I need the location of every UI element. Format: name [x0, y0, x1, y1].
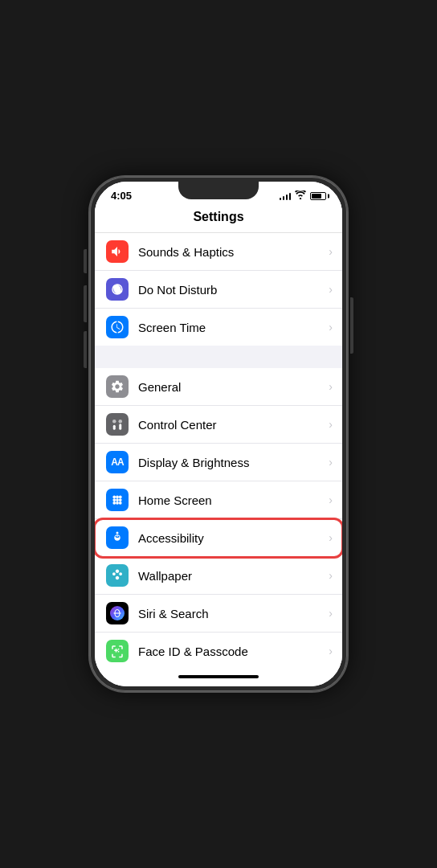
- sounds-icon: [106, 240, 129, 263]
- svg-point-6: [119, 495, 122, 498]
- display-icon: AA: [106, 451, 129, 473]
- accessibility-chevron: ›: [329, 531, 333, 544]
- settings-row-faceid[interactable]: Face ID & Passcode ›: [95, 633, 342, 669]
- volume-down-button[interactable]: [84, 331, 87, 368]
- volume-up-button[interactable]: [84, 285, 87, 322]
- controlcenter-label: Control Center: [138, 418, 325, 432]
- home-indicator[interactable]: [95, 669, 342, 686]
- notch: [178, 182, 259, 199]
- homescreen-icon: [106, 489, 129, 511]
- homescreen-label: Home Screen: [138, 493, 325, 507]
- settings-row-wallpaper[interactable]: Wallpaper ›: [95, 557, 342, 595]
- controlcenter-icon: [106, 413, 129, 436]
- battery-status-icon: [310, 192, 326, 200]
- donotdisturb-icon: [106, 278, 129, 301]
- status-time: 4:05: [111, 190, 132, 202]
- section-gap-1: [95, 346, 342, 368]
- settings-row-homescreen[interactable]: Home Screen ›: [95, 481, 342, 519]
- signal-bar-4: [289, 193, 292, 200]
- sounds-chevron: ›: [329, 245, 333, 258]
- general-label: General: [138, 380, 325, 394]
- phone-frame: 4:05: [90, 177, 347, 691]
- nav-title: Settings: [193, 210, 243, 223]
- faceid-chevron: ›: [329, 645, 333, 657]
- settings-row-siri[interactable]: Siri & Search ›: [95, 595, 342, 633]
- controlcenter-chevron: ›: [329, 418, 333, 431]
- svg-rect-2: [113, 425, 116, 430]
- accessibility-icon: [106, 526, 129, 549]
- phone-screen: 4:05: [95, 182, 342, 686]
- status-icons: [280, 190, 327, 201]
- display-chevron: ›: [329, 456, 333, 469]
- general-chevron: ›: [329, 380, 333, 393]
- signal-bar-3: [286, 194, 288, 200]
- settings-section-1: Sounds & Haptics › Do Not Disturb ›: [95, 233, 342, 346]
- siri-chevron: ›: [329, 607, 333, 620]
- faceid-label: Face ID & Passcode: [138, 645, 325, 658]
- settings-row-sounds[interactable]: Sounds & Haptics ›: [95, 233, 342, 271]
- screentime-label: Screen Time: [138, 321, 325, 334]
- signal-bar-1: [280, 198, 282, 200]
- settings-section-2: General › Control C: [95, 368, 342, 669]
- sounds-label: Sounds & Haptics: [138, 245, 325, 259]
- mute-button[interactable]: [84, 249, 87, 273]
- svg-point-10: [112, 502, 116, 505]
- homescreen-chevron: ›: [329, 493, 333, 506]
- wallpaper-icon: [106, 564, 129, 587]
- svg-point-12: [119, 502, 122, 505]
- settings-row-controlcenter[interactable]: Control Center ›: [95, 406, 342, 444]
- siri-icon: [106, 602, 129, 624]
- settings-row-accessibility[interactable]: Accessibility ›: [95, 519, 342, 557]
- settings-row-donotdisturb[interactable]: Do Not Disturb ›: [95, 271, 342, 309]
- settings-row-screentime[interactable]: Screen Time ›: [95, 309, 342, 346]
- wallpaper-label: Wallpaper: [138, 569, 325, 583]
- svg-point-11: [116, 502, 119, 505]
- donotdisturb-label: Do Not Disturb: [138, 283, 325, 297]
- siri-label: Siri & Search: [138, 607, 325, 620]
- svg-point-1: [119, 420, 123, 424]
- signal-icon: [280, 192, 292, 200]
- svg-point-0: [112, 420, 116, 424]
- nav-bar: Settings: [95, 205, 342, 233]
- home-bar: [178, 675, 259, 678]
- signal-bar-2: [283, 196, 285, 200]
- power-button[interactable]: [350, 297, 353, 354]
- battery-fill: [312, 194, 321, 199]
- settings-row-display[interactable]: AA Display & Brightness ›: [95, 444, 342, 481]
- settings-list[interactable]: Sounds & Haptics › Do Not Disturb ›: [95, 233, 342, 669]
- screentime-icon: [106, 316, 129, 338]
- svg-point-7: [112, 498, 116, 502]
- svg-point-13: [116, 532, 119, 534]
- settings-row-general[interactable]: General ›: [95, 368, 342, 406]
- svg-point-5: [116, 495, 119, 498]
- accessibility-label: Accessibility: [138, 531, 325, 545]
- faceid-icon: [106, 640, 129, 662]
- svg-point-8: [116, 498, 119, 502]
- wallpaper-chevron: ›: [329, 569, 333, 582]
- wifi-icon: [295, 190, 306, 201]
- general-icon: [106, 375, 129, 398]
- donotdisturb-chevron: ›: [329, 283, 333, 296]
- screentime-chevron: ›: [329, 321, 333, 334]
- svg-point-4: [112, 495, 116, 498]
- svg-rect-3: [119, 424, 121, 430]
- display-label: Display & Brightness: [138, 456, 325, 469]
- svg-point-9: [119, 498, 122, 502]
